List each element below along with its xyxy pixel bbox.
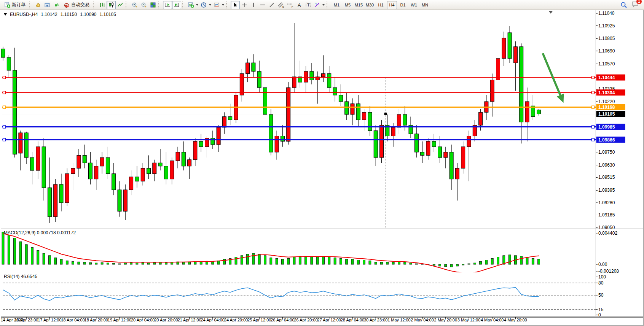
price-axis-label: 1.09750 <box>598 149 615 155</box>
arrows-tool-button[interactable] <box>313 1 326 9</box>
level-handle[interactable] <box>3 76 6 79</box>
horizontal-line-tool-button[interactable] <box>258 1 267 9</box>
macd-histogram-bar <box>2 232 4 264</box>
rsi-axis-label: 50 <box>598 293 604 298</box>
vertical-line-tool-button[interactable] <box>249 1 258 9</box>
macd-histogram-bar <box>311 257 313 264</box>
label-tool-button[interactable]: T <box>304 1 313 9</box>
auto-scroll-button[interactable] <box>163 1 172 9</box>
candle-body <box>193 142 197 160</box>
macd-histogram-bar <box>241 256 243 264</box>
timeframe-button-H4[interactable]: H4 <box>387 1 397 9</box>
candle-body <box>59 184 63 203</box>
collapse-arrow-icon[interactable] <box>4 13 7 16</box>
dropdown-arrow-icon[interactable] <box>209 4 211 6</box>
toolbar-grip <box>93 2 96 8</box>
dropdown-arrow-icon[interactable] <box>222 4 224 6</box>
candle-body <box>129 177 133 190</box>
chart-title: EURUSD-,H4 1.10142 1.10150 1.10090 1.101… <box>4 12 116 17</box>
indicators-button[interactable] <box>187 1 199 9</box>
time-axis[interactable]: 14 Apr 202316 Apr 23:0017 Apr 12:0018 Ap… <box>1 317 527 322</box>
notifications-button[interactable]: 1 <box>632 1 639 9</box>
candle-body <box>327 73 331 87</box>
autotrading-button[interactable]: 自动交易 <box>61 1 92 9</box>
toolbar-grip <box>327 2 330 8</box>
timeframe-button-H1[interactable]: H1 <box>376 1 386 9</box>
macd-histogram-bar <box>340 259 342 264</box>
indicators-icon <box>188 2 194 8</box>
trendline-tool-button[interactable] <box>267 1 276 9</box>
timeframe-button-W1[interactable]: W1 <box>409 1 419 9</box>
macd-histogram-bar <box>346 259 348 264</box>
channel-glyph: E <box>282 5 284 8</box>
timeframe-button-M1[interactable]: M1 <box>332 1 342 9</box>
timeframe-button-MN[interactable]: MN <box>420 1 430 9</box>
candle-body <box>257 72 261 87</box>
candle-body <box>123 190 127 212</box>
line-chart-button[interactable] <box>116 1 125 9</box>
candle-body <box>246 63 250 73</box>
dropdown-arrow-icon[interactable] <box>196 4 198 6</box>
fibonacci-tool-button[interactable]: F <box>285 1 295 9</box>
vertical-line-icon <box>250 2 257 8</box>
zoom-in-button[interactable] <box>130 1 139 9</box>
macd-histogram-bar <box>497 257 499 264</box>
candle-body <box>77 155 81 168</box>
timeframe-button-D1[interactable]: D1 <box>398 1 408 9</box>
notification-badge[interactable]: 1 <box>636 0 642 4</box>
macd-histogram-bar <box>258 254 260 264</box>
level-handle[interactable] <box>3 138 6 141</box>
macd-histogram-bar <box>60 259 62 264</box>
rsi-indicator-label: RSI(14) 46.6545 <box>4 274 37 279</box>
time-axis-label: 18 Apr 04:00 <box>61 318 84 322</box>
candle-body <box>310 72 314 80</box>
search-icon[interactable] <box>620 2 627 8</box>
channel-tool-button[interactable]: E <box>276 1 285 9</box>
time-axis-label: 21 Apr 12:00 <box>177 318 201 322</box>
timeframe-button-M15[interactable]: M15 <box>354 1 364 9</box>
candlestick-chart-button[interactable] <box>107 1 116 9</box>
candle-body <box>83 155 86 163</box>
zoom-out-button[interactable] <box>139 1 148 9</box>
bar-chart-icon <box>99 2 105 8</box>
macd-histogram-bar <box>404 262 406 264</box>
candle-body <box>508 33 512 59</box>
signals-button[interactable] <box>52 1 61 9</box>
profiles-button[interactable] <box>33 1 43 9</box>
level-price-tag-label: 1.09866 <box>598 137 615 143</box>
candle-body <box>118 190 121 212</box>
chart-shift-button[interactable] <box>172 1 181 9</box>
market-watch-button[interactable] <box>43 1 52 9</box>
macd-histogram-bar <box>520 256 523 264</box>
level-handle[interactable] <box>3 91 6 94</box>
timeframe-button-M5[interactable]: M5 <box>343 1 353 9</box>
dropdown-arrow-icon[interactable] <box>322 4 325 6</box>
cursor-tool-button[interactable] <box>231 1 240 9</box>
level-handle[interactable] <box>3 106 6 108</box>
rsi-axis-label: 15 <box>598 307 604 312</box>
tile-windows-button[interactable] <box>148 1 158 9</box>
crosshair-tool-button[interactable] <box>240 1 249 9</box>
level-handle[interactable] <box>592 138 595 141</box>
level-handle[interactable] <box>592 106 595 108</box>
timeframe-button-M30[interactable]: M30 <box>365 1 375 9</box>
templates-button[interactable] <box>212 1 225 9</box>
level-handle[interactable] <box>592 126 595 128</box>
macd-histogram-bar <box>142 262 144 264</box>
level-handle[interactable] <box>592 91 595 94</box>
periods-button[interactable] <box>199 1 212 9</box>
text-tool-button[interactable]: A <box>295 1 304 9</box>
macd-histogram-bar <box>287 259 290 264</box>
candle-body <box>362 112 366 120</box>
level-handle[interactable] <box>592 76 595 79</box>
toolbar-right-icons: 1 <box>620 1 644 9</box>
macd-histogram-bar <box>281 259 284 264</box>
bar-chart-button[interactable] <box>97 1 107 9</box>
macd-histogram-bar <box>357 260 359 264</box>
zoom-in-icon <box>132 2 138 8</box>
level-handle[interactable] <box>3 126 6 128</box>
level-handle[interactable] <box>384 113 387 115</box>
autotrading-label: 自动交易 <box>71 2 89 8</box>
new-order-button[interactable]: 新订单 <box>2 1 28 9</box>
macd-histogram-bar <box>19 242 22 264</box>
